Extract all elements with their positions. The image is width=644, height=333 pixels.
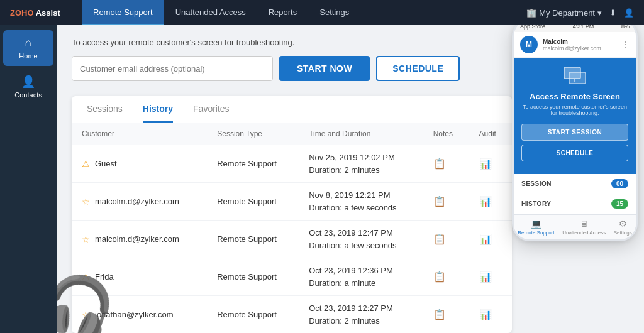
tab-favorites[interactable]: Favorites xyxy=(193,96,230,123)
col-notes: Notes xyxy=(423,123,469,145)
audit-actions: 📊 xyxy=(479,158,502,170)
notes-actions: 📋 xyxy=(433,233,459,245)
audit-icon[interactable]: 📊 xyxy=(479,233,492,245)
customer-name: malcolm.d@zylker.com xyxy=(95,234,179,244)
table-header-row: Customer Session Type Time and Duration … xyxy=(72,123,512,145)
mobile-stats: SESSION 00 HISTORY 15 xyxy=(514,174,636,214)
contacts-icon: 👤 xyxy=(21,75,35,89)
mobile-history-stat: HISTORY 15 xyxy=(514,194,636,214)
notes-actions: 📋 xyxy=(433,271,459,283)
table-tabs: Sessions History Favorites xyxy=(72,96,512,123)
time-duration: Oct 23, 2019 12:27 PMDuration: 2 minutes xyxy=(299,296,423,334)
col-audit: Audit xyxy=(469,123,512,145)
start-now-button[interactable]: START NOW xyxy=(279,56,370,81)
customer-name: Guest xyxy=(95,159,117,168)
user-button[interactable]: 👤 xyxy=(624,8,634,18)
chevron-down-icon: ▾ xyxy=(597,8,602,18)
mobile-card-icon xyxy=(521,67,628,88)
tab-history[interactable]: History xyxy=(143,96,173,123)
audit-icon[interactable]: 📊 xyxy=(479,158,492,170)
table-row: ☆ jonathan@zylker.com Remote Support Oct… xyxy=(72,296,512,334)
sidebar: ⌂ Home 👤 Contacts xyxy=(0,25,57,333)
mobile-nav-settings[interactable]: ⚙ Settings xyxy=(614,219,632,236)
nav-tab-unattended-access[interactable]: Unattended Access xyxy=(164,0,257,25)
mobile-start-session-button[interactable]: START SESSION xyxy=(521,124,628,141)
customer-cell: ⚠ Guest xyxy=(82,159,197,169)
mobile-history-label: HISTORY xyxy=(521,200,551,207)
table-row: ⚠ Frida Remote Support Oct 23, 2019 12:3… xyxy=(72,258,512,296)
col-time-duration: Time and Duration xyxy=(299,123,423,145)
audit-icon[interactable]: 📊 xyxy=(479,195,492,207)
notes-icon[interactable]: 📋 xyxy=(433,308,446,320)
nav-tabs: Remote Support Unattended Access Reports… xyxy=(82,0,360,25)
customer-cell: ☆ malcolm.d@zylker.com xyxy=(82,197,197,207)
table-row: ⚠ Guest Remote Support Nov 25, 2019 12:0… xyxy=(72,145,512,183)
mobile-card-subtitle: To access your remote customer's screen … xyxy=(521,104,628,116)
mobile-session-stat: SESSION 00 xyxy=(514,174,636,194)
star-icon: ☆ xyxy=(82,234,90,244)
mobile-bottom-nav: 💻 Remote Support 🖥 Unattended Access ⚙ S… xyxy=(514,214,636,239)
sidebar-item-home[interactable]: ⌂ Home xyxy=(3,30,53,66)
mobile-signal: App Store xyxy=(520,25,545,30)
mobile-session-badge: 00 xyxy=(611,179,628,188)
audit-icon[interactable]: 📊 xyxy=(479,308,492,320)
mobile-card-title: Access Remote Screen xyxy=(521,92,628,101)
nav-tab-remote-support[interactable]: Remote Support xyxy=(82,0,164,25)
audit-actions: 📊 xyxy=(479,233,502,245)
col-customer: Customer xyxy=(72,123,207,145)
table-row: ☆ malcolm.d@zylker.com Remote Support Oc… xyxy=(72,221,512,258)
mobile-settings-icon: ⚙ xyxy=(619,219,627,229)
mobile-user-info: Malcolm malcolm.d@zylker.com xyxy=(543,38,601,52)
mobile-unattended-icon: 🖥 xyxy=(580,219,589,229)
notes-icon[interactable]: 📋 xyxy=(433,195,446,207)
nav-tab-reports[interactable]: Reports xyxy=(257,0,309,25)
main-layout: ⌂ Home 👤 Contacts To access your remote … xyxy=(0,25,644,333)
download-button[interactable]: ⬇ xyxy=(609,8,616,18)
table-row: ☆ malcolm.d@zylker.com Remote Support No… xyxy=(72,183,512,221)
mobile-user-row: M Malcolm malcolm.d@zylker.com ⋮ xyxy=(514,32,636,58)
user-icon: 👤 xyxy=(624,8,634,18)
notes-actions: 📋 xyxy=(433,195,459,207)
mobile-battery: 8% xyxy=(621,25,630,30)
mobile-user-email: malcolm.d@zylker.com xyxy=(543,45,601,52)
notes-icon[interactable]: 📋 xyxy=(433,233,446,245)
session-type: Remote Support xyxy=(207,221,299,258)
customer-cell: ☆ malcolm.d@zylker.com xyxy=(82,234,197,244)
audit-icon[interactable]: 📊 xyxy=(479,271,492,283)
mobile-card: Access Remote Screen To access your remo… xyxy=(514,58,636,174)
email-input[interactable] xyxy=(72,56,273,81)
logo: ZOHO Assist xyxy=(10,8,60,18)
audit-actions: 📊 xyxy=(479,308,502,320)
sidebar-item-label-contacts: Contacts xyxy=(14,91,42,99)
alert-icon: ⚠ xyxy=(82,159,90,169)
notes-icon[interactable]: 📋 xyxy=(433,158,446,170)
time-duration: Oct 23, 2019 12:36 PMDuration: a minute xyxy=(299,258,423,296)
mobile-mockup: App Store 4:31 PM 8% M Malcolm malcolm.d… xyxy=(512,25,638,241)
customer-name: malcolm.d@zylker.com xyxy=(95,197,179,206)
session-type: Remote Support xyxy=(207,183,299,221)
nav-right: 🏢 My Department ▾ ⬇ 👤 xyxy=(526,8,644,18)
department-icon: 🏢 xyxy=(526,8,536,18)
time-duration: Oct 23, 2019 12:47 PMDuration: a few sec… xyxy=(299,221,423,258)
mobile-time: 4:31 PM xyxy=(573,25,594,30)
time-duration: Nov 25, 2019 12:02 PMDuration: 2 minutes xyxy=(299,145,423,183)
nav-tab-settings[interactable]: Settings xyxy=(308,0,360,25)
sidebar-item-label-home: Home xyxy=(19,52,37,60)
audit-actions: 📊 xyxy=(479,271,502,283)
star-icon: ☆ xyxy=(82,197,90,207)
department-selector[interactable]: 🏢 My Department ▾ xyxy=(526,8,602,18)
mobile-nav-unattended[interactable]: 🖥 Unattended Access xyxy=(562,219,606,236)
table-panel: Sessions History Favorites Customer Sess… xyxy=(72,96,512,333)
history-table: Customer Session Type Time and Duration … xyxy=(72,123,512,333)
mobile-nav-remote-support[interactable]: 💻 Remote Support xyxy=(518,219,554,236)
audit-actions: 📊 xyxy=(479,195,502,207)
schedule-button[interactable]: SCHEDULE xyxy=(376,56,460,81)
sidebar-item-contacts[interactable]: 👤 Contacts xyxy=(3,68,53,105)
content-area: To access your remote customer's screen … xyxy=(57,25,644,333)
mobile-schedule-button[interactable]: SCHEDULE xyxy=(521,145,628,161)
mobile-avatar: M xyxy=(520,36,538,53)
download-icon: ⬇ xyxy=(609,8,616,18)
tab-sessions[interactable]: Sessions xyxy=(87,96,123,123)
notes-icon[interactable]: 📋 xyxy=(433,271,446,283)
mobile-menu-icon: ⋮ xyxy=(621,40,630,50)
